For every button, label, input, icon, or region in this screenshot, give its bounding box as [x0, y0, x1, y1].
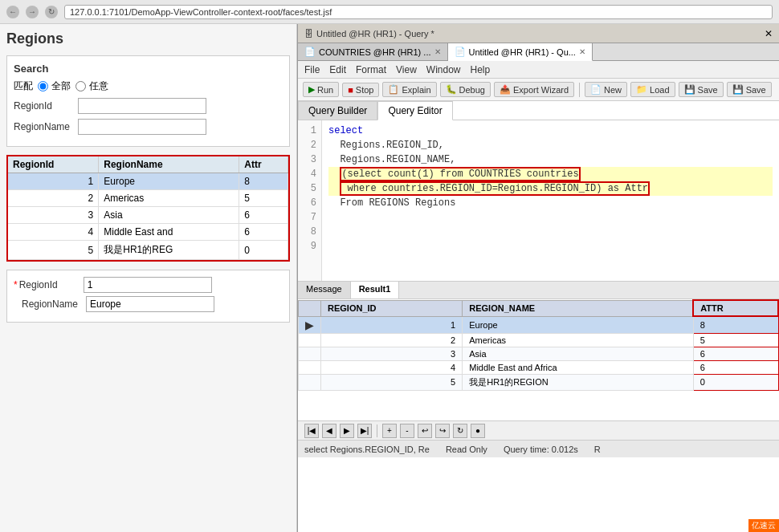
save-button[interactable]: 💾 Save [679, 82, 724, 97]
search-regionname-label: RegionName [14, 121, 78, 132]
form-regionid: * RegionId [14, 277, 283, 293]
close-icon[interactable]: ✕ [765, 28, 773, 39]
explain-button[interactable]: 📋 Explain [382, 82, 436, 97]
tab-countries[interactable]: 📄 COUNTRIES @HR (HR1) ... ✕ [298, 43, 448, 60]
tab-result1[interactable]: Result1 [351, 282, 400, 298]
address-bar[interactable]: 127.0.0.1:7101/DemoApp-ViewController-co… [64, 5, 773, 19]
radio-any[interactable] [75, 81, 86, 91]
menu-format[interactable]: Format [356, 64, 386, 75]
form-regionname-input[interactable] [86, 296, 214, 312]
result-row[interactable]: 5 我是HR1的REGION 0 [299, 374, 779, 390]
back-button[interactable]: ← [6, 6, 19, 18]
required-star: * [14, 279, 18, 290]
save2-button[interactable]: 💾 Save [727, 82, 772, 97]
left-panel: Regions Search 匹配 全部 任意 RegionId RegionN… [0, 24, 297, 532]
query-time: Query time: 0.012s [504, 445, 578, 454]
nav-next[interactable]: ▶ [340, 424, 354, 438]
cell-attr: 0 [239, 241, 288, 260]
nav-commit[interactable]: ● [471, 424, 485, 438]
nav-insert[interactable]: + [382, 424, 397, 438]
cell-attr: 8 [239, 173, 288, 190]
form-regionname-label: RegionName [22, 298, 86, 310]
cell-pointer [299, 347, 321, 360]
debug-button[interactable]: 🐛 Debug [440, 82, 491, 97]
result-col-indicator [299, 300, 321, 316]
code-line-4: (select count(1) from COUNTRIES countrie… [328, 167, 773, 181]
code-line-7 [328, 210, 773, 225]
result-row[interactable]: 4 Middle East and Africa 6 [299, 360, 779, 374]
menu-file[interactable]: File [304, 64, 320, 75]
table-row[interactable]: 3 Asia 6 [8, 207, 288, 224]
refresh-button[interactable]: ↻ [45, 6, 58, 18]
form-regionname: RegionName [14, 296, 283, 312]
result-row[interactable]: 2 Americas 5 [299, 333, 779, 347]
result-row[interactable]: 3 Asia 6 [299, 347, 779, 360]
data-table-wrapper: RegionId RegionName Attr 1 Europe 8 2 Am… [6, 155, 290, 262]
cell-rname: Americas [463, 333, 694, 347]
cell-pointer: ▶ [299, 316, 321, 333]
menu-help[interactable]: Help [471, 64, 491, 75]
table-row[interactable]: 4 Middle East and 6 [8, 224, 288, 241]
nav-last[interactable]: ▶| [357, 424, 372, 438]
tab-untitled-close[interactable]: ✕ [579, 47, 585, 56]
nav-prev[interactable]: ◀ [322, 424, 336, 438]
cell-name: Middle East and [99, 224, 239, 241]
nav-toolbar: |◀ ◀ ▶ ▶| + - ↩ ↪ ↻ ● [298, 420, 779, 440]
cell-id: 1 [8, 173, 99, 190]
new-button[interactable]: 📄 New [585, 82, 627, 97]
radio-all[interactable] [38, 81, 48, 91]
tab-query-builder[interactable]: Query Builder [298, 101, 377, 120]
forward-button[interactable]: → [26, 6, 39, 18]
cell-rname: 我是HR1的REGION [463, 374, 694, 390]
run-button[interactable]: Run [303, 82, 339, 97]
search-regionid-input[interactable] [78, 98, 206, 114]
table-row[interactable]: 2 Americas 5 [8, 190, 288, 207]
cell-pointer [299, 333, 321, 347]
main-layout: Regions Search 匹配 全部 任意 RegionId RegionN… [0, 24, 779, 532]
result-header-row: REGION_ID REGION_NAME ATTR [299, 300, 779, 316]
tab-message[interactable]: Message [298, 282, 351, 298]
nav-refresh[interactable]: ↻ [453, 424, 467, 438]
table-row[interactable]: 5 我是HR1的REG 0 [8, 241, 288, 260]
tab-countries-close[interactable]: ✕ [434, 47, 441, 56]
tab-untitled[interactable]: 📄 Untitled @HR (HR1) - Qu... ✕ [448, 43, 593, 61]
tabs-bar: 📄 COUNTRIES @HR (HR1) ... ✕ 📄 Untitled @… [298, 43, 779, 61]
search-row: 匹配 全部 任意 [14, 79, 283, 93]
table-header-row: RegionId RegionName Attr [8, 156, 288, 173]
match-label: 匹配 [14, 79, 33, 93]
nav-undo[interactable]: ↩ [418, 424, 432, 438]
menu-edit[interactable]: Edit [329, 64, 346, 75]
nav-redo[interactable]: ↪ [435, 424, 450, 438]
search-regionname-input[interactable] [78, 119, 206, 135]
radio-all-group: 全部 [38, 79, 71, 93]
code-content[interactable]: select Regions.REGION_ID, Regions.REGION… [322, 120, 779, 281]
nav-delete[interactable]: - [400, 424, 414, 438]
menu-view[interactable]: View [396, 64, 417, 75]
new-icon: 📄 [590, 84, 602, 95]
nav-first[interactable]: |◀ [304, 424, 319, 438]
status-bar: select Regions.REGION_ID, Re Read Only Q… [298, 440, 779, 457]
cell-rattr: 0 [693, 374, 778, 390]
db-icon: 🗄 [304, 29, 313, 39]
form-regionid-input[interactable] [84, 277, 212, 293]
cell-rid: 4 [321, 360, 463, 374]
cell-rattr: 8 [693, 316, 778, 333]
search-title: Search [14, 63, 283, 75]
stop-icon [348, 85, 353, 95]
toolbar: Run Stop 📋 Explain 🐛 Debug 📤 Export Wiza… [298, 79, 779, 101]
table-row[interactable]: 1 Europe 8 [8, 173, 288, 190]
result-row[interactable]: ▶ 1 Europe 8 [299, 316, 779, 333]
cell-id: 5 [8, 241, 99, 260]
export-button[interactable]: 📤 Export Wizard [494, 82, 574, 97]
code-line-1: select [328, 124, 773, 138]
result-col-attr: ATTR [693, 300, 778, 316]
export-icon: 📤 [500, 84, 511, 95]
tab-query-editor[interactable]: Query Editor [377, 101, 452, 120]
result-table-wrapper[interactable]: REGION_ID REGION_NAME ATTR ▶ 1 Europe 8 … [298, 299, 779, 420]
code-editor[interactable]: 1 2 3 4 5 6 7 8 9 select Regions.REGION_… [298, 120, 779, 281]
code-line-2: Regions.REGION_ID, [328, 138, 773, 152]
menu-window[interactable]: Window [426, 64, 461, 75]
load-button[interactable]: 📁 Load [630, 82, 675, 97]
stop-button[interactable]: Stop [342, 83, 379, 97]
line-num-7: 7 [303, 210, 316, 225]
